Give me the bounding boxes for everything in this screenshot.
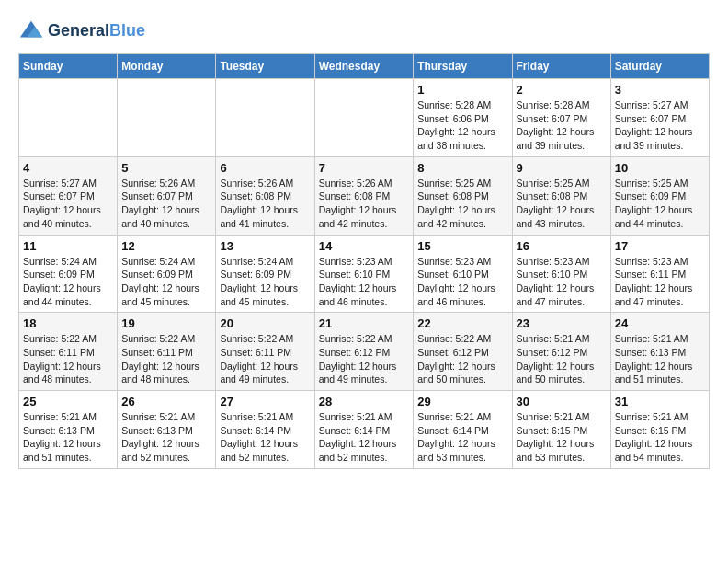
day-info: Sunrise: 5:26 AMSunset: 6:08 PMDaylight:… xyxy=(220,177,310,231)
day-info: Sunrise: 5:25 AMSunset: 6:08 PMDaylight:… xyxy=(517,177,607,231)
day-number: 27 xyxy=(220,395,310,408)
calendar-cell xyxy=(19,79,118,157)
day-number: 19 xyxy=(121,316,211,330)
page-header: GeneralBlue xyxy=(18,18,710,44)
calendar-cell: 28Sunrise: 5:21 AMSunset: 6:14 PMDayligh… xyxy=(314,391,414,469)
day-info: Sunrise: 5:21 AMSunset: 6:14 PMDaylight:… xyxy=(417,410,507,465)
weekday-header-thursday: Thursday xyxy=(414,54,512,79)
day-info: Sunrise: 5:24 AMSunset: 6:09 PMDaylight:… xyxy=(121,255,211,309)
calendar-cell xyxy=(216,79,314,157)
calendar-week-2: 4Sunrise: 5:27 AMSunset: 6:07 PMDaylight… xyxy=(19,156,710,235)
day-info: Sunrise: 5:23 AMSunset: 6:10 PMDaylight:… xyxy=(319,255,410,309)
calendar-body: 1Sunrise: 5:28 AMSunset: 6:06 PMDaylight… xyxy=(19,79,710,469)
day-number: 9 xyxy=(517,161,607,175)
calendar-cell xyxy=(314,79,414,157)
day-info: Sunrise: 5:24 AMSunset: 6:09 PMDaylight:… xyxy=(220,255,310,309)
day-number: 20 xyxy=(220,316,310,330)
day-info: Sunrise: 5:21 AMSunset: 6:14 PMDaylight:… xyxy=(220,410,310,465)
day-info: Sunrise: 5:23 AMSunset: 6:11 PMDaylight:… xyxy=(615,255,705,309)
day-info: Sunrise: 5:21 AMSunset: 6:14 PMDaylight:… xyxy=(319,410,410,465)
calendar-cell: 12Sunrise: 5:24 AMSunset: 6:09 PMDayligh… xyxy=(118,235,216,313)
day-number: 10 xyxy=(615,161,705,175)
day-info: Sunrise: 5:25 AMSunset: 6:09 PMDaylight:… xyxy=(615,177,705,231)
day-info: Sunrise: 5:27 AMSunset: 6:07 PMDaylight:… xyxy=(23,177,113,231)
calendar-cell: 5Sunrise: 5:26 AMSunset: 6:07 PMDaylight… xyxy=(118,156,216,235)
calendar-cell: 21Sunrise: 5:22 AMSunset: 6:12 PMDayligh… xyxy=(314,313,414,391)
logo-text: GeneralBlue xyxy=(48,22,145,40)
weekday-header-wednesday: Wednesday xyxy=(314,54,414,79)
calendar-cell: 25Sunrise: 5:21 AMSunset: 6:13 PMDayligh… xyxy=(19,391,118,469)
calendar-cell: 26Sunrise: 5:21 AMSunset: 6:13 PMDayligh… xyxy=(118,391,216,469)
calendar-cell: 1Sunrise: 5:28 AMSunset: 6:06 PMDaylight… xyxy=(414,79,512,157)
calendar-week-4: 18Sunrise: 5:22 AMSunset: 6:11 PMDayligh… xyxy=(19,313,710,391)
calendar-cell: 3Sunrise: 5:27 AMSunset: 6:07 PMDaylight… xyxy=(610,79,709,157)
day-number: 24 xyxy=(615,316,705,330)
calendar-cell: 13Sunrise: 5:24 AMSunset: 6:09 PMDayligh… xyxy=(216,235,314,313)
calendar-week-5: 25Sunrise: 5:21 AMSunset: 6:13 PMDayligh… xyxy=(19,391,710,469)
day-number: 2 xyxy=(517,83,607,97)
day-info: Sunrise: 5:27 AMSunset: 6:07 PMDaylight:… xyxy=(615,98,705,153)
day-number: 4 xyxy=(23,161,113,175)
day-info: Sunrise: 5:21 AMSunset: 6:15 PMDaylight:… xyxy=(517,410,607,465)
day-info: Sunrise: 5:21 AMSunset: 6:13 PMDaylight:… xyxy=(121,410,211,465)
day-info: Sunrise: 5:25 AMSunset: 6:08 PMDaylight:… xyxy=(417,177,507,231)
weekday-header-sunday: Sunday xyxy=(19,54,118,79)
day-number: 13 xyxy=(220,239,310,253)
day-number: 12 xyxy=(121,239,211,253)
calendar-cell: 18Sunrise: 5:22 AMSunset: 6:11 PMDayligh… xyxy=(19,313,118,391)
day-number: 8 xyxy=(417,161,507,175)
weekday-header-monday: Monday xyxy=(118,54,216,79)
day-info: Sunrise: 5:22 AMSunset: 6:12 PMDaylight:… xyxy=(319,332,410,386)
day-number: 5 xyxy=(121,161,211,175)
day-info: Sunrise: 5:22 AMSunset: 6:12 PMDaylight:… xyxy=(417,332,507,386)
day-info: Sunrise: 5:24 AMSunset: 6:09 PMDaylight:… xyxy=(23,255,113,309)
day-number: 6 xyxy=(220,161,310,175)
calendar-cell: 23Sunrise: 5:21 AMSunset: 6:12 PMDayligh… xyxy=(512,313,610,391)
calendar-cell xyxy=(118,79,216,157)
day-number: 25 xyxy=(23,395,113,408)
day-number: 3 xyxy=(615,83,705,97)
day-info: Sunrise: 5:22 AMSunset: 6:11 PMDaylight:… xyxy=(121,332,211,386)
calendar-cell: 2Sunrise: 5:28 AMSunset: 6:07 PMDaylight… xyxy=(512,79,610,157)
calendar-week-3: 11Sunrise: 5:24 AMSunset: 6:09 PMDayligh… xyxy=(19,235,710,313)
day-number: 14 xyxy=(319,239,410,253)
calendar-cell: 17Sunrise: 5:23 AMSunset: 6:11 PMDayligh… xyxy=(610,235,709,313)
day-number: 31 xyxy=(615,395,705,408)
day-number: 21 xyxy=(319,316,410,330)
day-number: 16 xyxy=(517,239,607,253)
calendar-cell: 31Sunrise: 5:21 AMSunset: 6:15 PMDayligh… xyxy=(610,391,709,469)
calendar-cell: 14Sunrise: 5:23 AMSunset: 6:10 PMDayligh… xyxy=(314,235,414,313)
calendar-cell: 9Sunrise: 5:25 AMSunset: 6:08 PMDaylight… xyxy=(512,156,610,235)
day-number: 18 xyxy=(23,316,113,330)
weekday-header-tuesday: Tuesday xyxy=(216,54,314,79)
calendar-cell: 8Sunrise: 5:25 AMSunset: 6:08 PMDaylight… xyxy=(414,156,512,235)
weekday-header-saturday: Saturday xyxy=(610,54,709,79)
day-number: 17 xyxy=(615,239,705,253)
calendar-cell: 11Sunrise: 5:24 AMSunset: 6:09 PMDayligh… xyxy=(19,235,118,313)
logo: GeneralBlue xyxy=(18,18,145,44)
day-number: 22 xyxy=(417,316,507,330)
day-number: 11 xyxy=(23,239,113,253)
calendar-cell: 16Sunrise: 5:23 AMSunset: 6:10 PMDayligh… xyxy=(512,235,610,313)
calendar-cell: 10Sunrise: 5:25 AMSunset: 6:09 PMDayligh… xyxy=(610,156,709,235)
day-number: 29 xyxy=(417,395,507,408)
calendar-cell: 15Sunrise: 5:23 AMSunset: 6:10 PMDayligh… xyxy=(414,235,512,313)
calendar-cell: 6Sunrise: 5:26 AMSunset: 6:08 PMDaylight… xyxy=(216,156,314,235)
day-number: 30 xyxy=(517,395,607,408)
day-info: Sunrise: 5:23 AMSunset: 6:10 PMDaylight:… xyxy=(517,255,607,309)
calendar-table: SundayMondayTuesdayWednesdayThursdayFrid… xyxy=(18,53,710,469)
day-info: Sunrise: 5:28 AMSunset: 6:07 PMDaylight:… xyxy=(517,98,607,153)
calendar-cell: 7Sunrise: 5:26 AMSunset: 6:08 PMDaylight… xyxy=(314,156,414,235)
day-number: 15 xyxy=(417,239,507,253)
calendar-cell: 27Sunrise: 5:21 AMSunset: 6:14 PMDayligh… xyxy=(216,391,314,469)
calendar-week-1: 1Sunrise: 5:28 AMSunset: 6:06 PMDaylight… xyxy=(19,79,710,157)
logo-icon xyxy=(18,18,44,44)
day-info: Sunrise: 5:21 AMSunset: 6:15 PMDaylight:… xyxy=(615,410,705,465)
calendar-cell: 4Sunrise: 5:27 AMSunset: 6:07 PMDaylight… xyxy=(19,156,118,235)
day-info: Sunrise: 5:26 AMSunset: 6:08 PMDaylight:… xyxy=(319,177,410,231)
day-info: Sunrise: 5:26 AMSunset: 6:07 PMDaylight:… xyxy=(121,177,211,231)
calendar-cell: 29Sunrise: 5:21 AMSunset: 6:14 PMDayligh… xyxy=(414,391,512,469)
calendar-cell: 19Sunrise: 5:22 AMSunset: 6:11 PMDayligh… xyxy=(118,313,216,391)
calendar-cell: 30Sunrise: 5:21 AMSunset: 6:15 PMDayligh… xyxy=(512,391,610,469)
day-info: Sunrise: 5:21 AMSunset: 6:13 PMDaylight:… xyxy=(23,410,113,465)
